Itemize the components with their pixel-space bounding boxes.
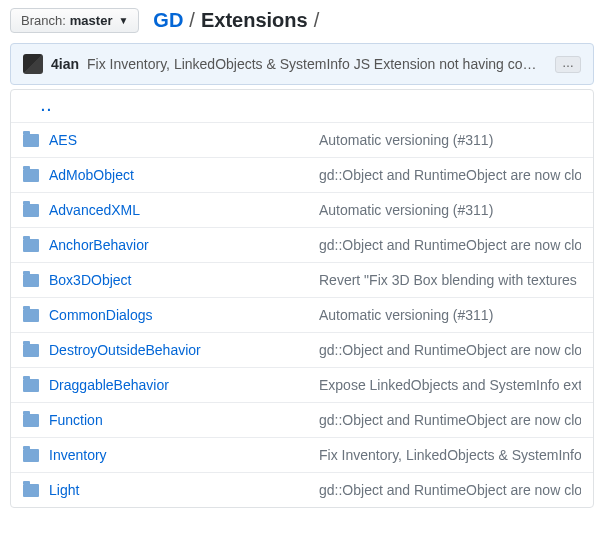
folder-link[interactable]: DraggableBehavior [49, 377, 169, 393]
file-name-cell: CommonDialogs [49, 307, 319, 323]
avatar[interactable] [23, 54, 43, 74]
folder-link[interactable]: Light [49, 482, 79, 498]
file-listing: .. AESAutomatic versioning (#311)AdMobOb… [10, 89, 594, 508]
folder-icon [23, 379, 39, 392]
commit-message-link[interactable]: Fix Inventory, LinkedObjects & SystemInf… [87, 56, 547, 72]
breadcrumb-sep: / [189, 9, 195, 32]
file-commit-message[interactable]: gd::Object and RuntimeObject are now clo… [319, 482, 581, 498]
table-row: DestroyOutsideBehaviorgd::Object and Run… [11, 332, 593, 367]
file-name-cell: Light [49, 482, 319, 498]
file-name-cell: AdMobObject [49, 167, 319, 183]
folder-icon [23, 484, 39, 497]
folder-link[interactable]: AdvancedXML [49, 202, 140, 218]
file-name-cell: DestroyOutsideBehavior [49, 342, 319, 358]
folder-icon [23, 169, 39, 182]
parent-dir-link[interactable]: .. [41, 98, 53, 114]
caret-down-icon: ▼ [118, 15, 128, 26]
table-row: AESAutomatic versioning (#311) [11, 122, 593, 157]
table-row: CommonDialogsAutomatic versioning (#311) [11, 297, 593, 332]
folder-icon [23, 239, 39, 252]
folder-link[interactable]: Function [49, 412, 103, 428]
branch-select-button[interactable]: Branch: master ▼ [10, 8, 139, 33]
folder-icon [23, 449, 39, 462]
table-row: InventoryFix Inventory, LinkedObjects & … [11, 437, 593, 472]
file-name-cell: AnchorBehavior [49, 237, 319, 253]
folder-link[interactable]: AES [49, 132, 77, 148]
file-commit-message[interactable]: Automatic versioning (#311) [319, 202, 581, 218]
table-row: DraggableBehaviorExpose LinkedObjects an… [11, 367, 593, 402]
folder-icon [23, 274, 39, 287]
folder-icon [23, 414, 39, 427]
branch-value: master [70, 13, 113, 28]
table-row: Functiongd::Object and RuntimeObject are… [11, 402, 593, 437]
table-row: Box3DObjectRevert "Fix 3D Box blending w… [11, 262, 593, 297]
expand-commit-button[interactable]: … [555, 56, 581, 73]
breadcrumb-current: Extensions [201, 9, 308, 32]
folder-icon [23, 134, 39, 147]
file-name-cell: DraggableBehavior [49, 377, 319, 393]
commit-author-link[interactable]: 4ian [51, 56, 79, 72]
table-row: Lightgd::Object and RuntimeObject are no… [11, 472, 593, 507]
latest-commit-bar: 4ian Fix Inventory, LinkedObjects & Syst… [10, 43, 594, 85]
breadcrumb-root-link[interactable]: GD [153, 9, 183, 32]
parent-dir-row[interactable]: .. [11, 90, 593, 122]
file-commit-message[interactable]: Expose LinkedObjects and SystemInfo exte… [319, 377, 581, 393]
breadcrumb-sep-trailing: / [314, 9, 320, 32]
table-row: AdvancedXMLAutomatic versioning (#311) [11, 192, 593, 227]
file-commit-message[interactable]: gd::Object and RuntimeObject are now clo… [319, 412, 581, 428]
breadcrumb: GD / Extensions / [153, 9, 319, 32]
table-row: AdMobObjectgd::Object and RuntimeObject … [11, 157, 593, 192]
file-commit-message[interactable]: gd::Object and RuntimeObject are now clo… [319, 167, 581, 183]
file-commit-message[interactable]: gd::Object and RuntimeObject are now clo… [319, 237, 581, 253]
folder-icon [23, 204, 39, 217]
branch-label: Branch: [21, 13, 66, 28]
file-name-cell: Inventory [49, 447, 319, 463]
folder-link[interactable]: Inventory [49, 447, 107, 463]
file-name-cell: AdvancedXML [49, 202, 319, 218]
file-commit-message[interactable]: Automatic versioning (#311) [319, 132, 581, 148]
file-name-cell: Box3DObject [49, 272, 319, 288]
file-commit-message[interactable]: Fix Inventory, LinkedObjects & SystemInf… [319, 447, 581, 463]
file-name-cell: Function [49, 412, 319, 428]
folder-icon [23, 344, 39, 357]
folder-link[interactable]: CommonDialogs [49, 307, 152, 323]
file-commit-message[interactable]: Automatic versioning (#311) [319, 307, 581, 323]
file-commit-message[interactable]: gd::Object and RuntimeObject are now clo… [319, 342, 581, 358]
folder-link[interactable]: AdMobObject [49, 167, 134, 183]
file-name-cell: AES [49, 132, 319, 148]
folder-link[interactable]: Box3DObject [49, 272, 131, 288]
folder-link[interactable]: DestroyOutsideBehavior [49, 342, 201, 358]
folder-icon [23, 309, 39, 322]
file-commit-message[interactable]: Revert "Fix 3D Box blending with texture… [319, 272, 581, 288]
table-row: AnchorBehaviorgd::Object and RuntimeObje… [11, 227, 593, 262]
folder-link[interactable]: AnchorBehavior [49, 237, 149, 253]
